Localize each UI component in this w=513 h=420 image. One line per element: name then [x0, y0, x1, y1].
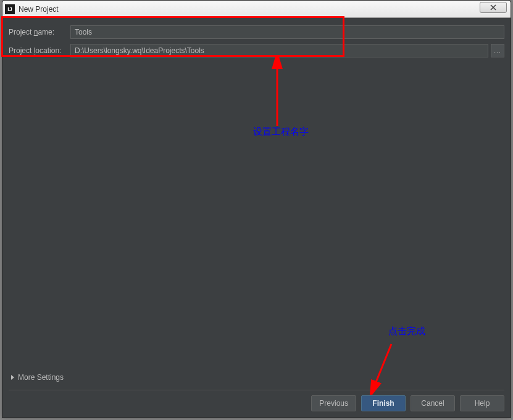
- browse-button[interactable]: ...: [491, 44, 504, 57]
- annotation-text-1: 设置工程名字: [253, 126, 309, 138]
- svg-line-1: [373, 344, 391, 390]
- project-name-label: Project name:: [9, 28, 70, 36]
- annotation-arrow-1: [268, 55, 286, 129]
- app-icon: IJ: [5, 4, 15, 14]
- new-project-dialog: IJ New Project Project name: Project loc…: [2, 0, 511, 418]
- close-button[interactable]: [480, 2, 507, 13]
- project-name-input[interactable]: [70, 25, 504, 39]
- window-title: New Project: [19, 5, 59, 14]
- button-bar: Previous Finish Cancel Help: [311, 395, 504, 411]
- annotation-text-2: 点击完成: [388, 326, 425, 337]
- project-location-input[interactable]: [70, 44, 488, 57]
- project-location-label: Project location:: [9, 46, 70, 55]
- cancel-button[interactable]: Cancel: [411, 395, 455, 411]
- more-settings-toggle[interactable]: More Settings: [11, 373, 64, 382]
- previous-button[interactable]: Previous: [311, 395, 356, 411]
- dialog-content: Project name: Project location: ... More…: [2, 18, 511, 418]
- project-location-row: Project location: ...: [9, 44, 504, 57]
- separator: [9, 390, 504, 390]
- help-button[interactable]: Help: [460, 395, 504, 411]
- chevron-right-icon: [11, 375, 14, 380]
- more-settings-label: More Settings: [18, 373, 64, 382]
- finish-button[interactable]: Finish: [361, 395, 406, 411]
- annotation-arrow-2: [364, 339, 401, 395]
- close-icon: [490, 4, 496, 10]
- project-name-row: Project name:: [9, 25, 504, 39]
- titlebar: IJ New Project: [2, 1, 511, 18]
